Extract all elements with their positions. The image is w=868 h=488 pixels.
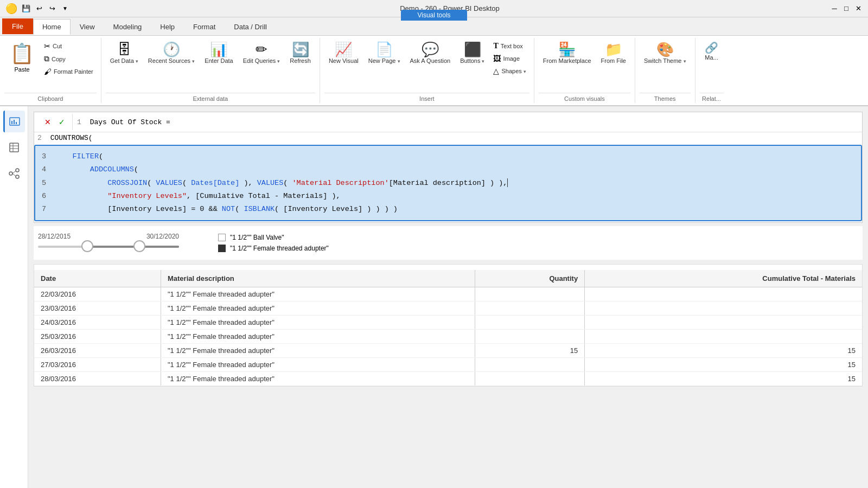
sidebar-icon-data[interactable] (3, 137, 25, 158)
shapes-icon: △ (493, 67, 499, 75)
enter-data-button[interactable]: 📊 Enter Data (200, 40, 238, 67)
svg-point-9 (16, 169, 19, 172)
redo-icon[interactable]: ↪ (48, 4, 56, 13)
copy-label: Copy (52, 56, 66, 62)
image-button[interactable]: 🖼 Image (490, 53, 529, 65)
cell-material: "1 1/2"" Female threaded adupter" (161, 372, 475, 386)
clipboard-stack: ✂ Cut ⧉ Copy 🖌 Format Painter (41, 40, 97, 78)
svg-point-8 (9, 172, 12, 175)
sidebar-icon-report[interactable] (3, 111, 25, 132)
group-external-data: 🗄 Get Data ▾ 🕐 Recent Sources ▾ 📊 Enter … (101, 38, 320, 103)
edit-queries-icon: ✏ (256, 42, 267, 56)
app-logo-icon: 🟡 (5, 3, 17, 15)
svg-line-11 (12, 171, 16, 174)
tab-help[interactable]: Help (151, 19, 184, 34)
ribbon-tabs: File Home View Modeling Help Format Data… (0, 17, 868, 36)
textbox-label: Text box (501, 43, 523, 49)
cell-material: "1 1/2"" Female threaded adupter" (161, 287, 475, 301)
buttons-button[interactable]: ⬛ Buttons ▾ (456, 40, 489, 67)
window-title: Demo - 260 - Power BI Desktop (400, 4, 500, 12)
tab-datadrill[interactable]: Data / Drill (225, 19, 276, 34)
edit-queries-button[interactable]: ✏ Edit Queries ▾ (239, 40, 285, 67)
cell-quantity (475, 316, 585, 330)
left-sidebar (0, 106, 28, 488)
close-icon[interactable]: ✕ (854, 4, 863, 13)
format-painter-button[interactable]: 🖌 Format Painter (41, 66, 97, 78)
col-header-material[interactable]: Material description (161, 270, 475, 287)
shapes-label: Shapes ▾ (501, 68, 526, 74)
undo-icon[interactable]: ↩ (35, 4, 43, 13)
col-header-cumulative[interactable]: Cumulative Total - Materials (585, 270, 862, 287)
tab-view[interactable]: View (71, 19, 104, 34)
tab-home[interactable]: Home (33, 19, 71, 35)
table-row: 26/03/2016 "1 1/2"" Female threaded adup… (34, 344, 862, 358)
new-page-button[interactable]: 📄 New Page ▾ (364, 40, 405, 67)
group-clipboard: 📋 Paste ✂ Cut ⧉ Copy 🖌 Format Painter (0, 38, 101, 103)
group-themes: 🎨 Switch Theme ▾ Themes (635, 38, 695, 103)
minimize-icon[interactable]: ─ (830, 4, 839, 13)
switch-theme-button[interactable]: 🎨 Switch Theme ▾ (640, 40, 691, 67)
save-icon[interactable]: 💾 (22, 4, 30, 13)
cut-icon: ✂ (44, 42, 50, 50)
insert-label: Insert (324, 93, 529, 103)
get-data-button[interactable]: 🗄 Get Data ▾ (106, 40, 143, 67)
copy-button[interactable]: ⧉ Copy (41, 53, 97, 65)
slider-track[interactable] (38, 246, 179, 248)
recent-sources-button[interactable]: 🕐 Recent Sources ▾ (144, 40, 199, 67)
paste-label: Paste (14, 66, 29, 73)
recent-sources-icon: 🕐 (163, 42, 180, 56)
code-line-4: 4 ADDCOLUMNS( (42, 163, 854, 176)
more-icon[interactable]: ▼ (61, 4, 69, 13)
cell-quantity (475, 301, 585, 316)
manage-relationships-button[interactable]: 🔗 Ma... (700, 40, 724, 63)
cut-button[interactable]: ✂ Cut (41, 40, 97, 52)
from-marketplace-button[interactable]: 🏪 From Marketplace (539, 40, 596, 67)
tab-file[interactable]: File (2, 18, 33, 34)
new-visual-button[interactable]: 📈 New Visual (324, 40, 363, 67)
formula-selected-block[interactable]: 3 FILTER( 4 ADDCOLUMNS( 5 CROSSJOIN( VAL… (34, 145, 862, 221)
slider-thumb-right[interactable] (133, 240, 145, 252)
textbox-button[interactable]: T Text box (490, 40, 529, 52)
themes-label: Themes (640, 93, 691, 103)
legend-section: "1 1/2"" Ball Valve" "1 1/2"" Female thr… (212, 230, 335, 255)
custom-visuals-items: 🏪 From Marketplace 📁 From File (539, 38, 630, 93)
cell-cumulative (585, 301, 862, 316)
table-body: 22/03/2016 "1 1/2"" Female threaded adup… (34, 287, 862, 386)
insert-items: 📈 New Visual 📄 New Page ▾ 💬 Ask A Questi… (324, 38, 529, 93)
cell-material: "1 1/2"" Female threaded adupter" (161, 301, 475, 316)
cell-cumulative (585, 316, 862, 330)
buttons-label: Buttons ▾ (460, 57, 484, 65)
code-line-5: 5 CROSSJOIN( VALUES( Dates[Date] ), VALU… (42, 177, 854, 190)
cell-quantity (475, 372, 585, 386)
sidebar-icon-model[interactable] (3, 163, 25, 184)
formula-bar: ✕ ✓ 1 Days Out Of Stock = 2 COUNTROWS( 3 (34, 112, 863, 223)
formula-confirm-button[interactable]: ✓ (56, 116, 68, 128)
tab-modeling[interactable]: Modeling (104, 19, 151, 34)
refresh-button[interactable]: 🔄 Refresh (285, 40, 315, 67)
legend-checkbox-ball-valve[interactable] (218, 234, 226, 241)
shapes-button[interactable]: △ Shapes ▾ (490, 65, 529, 77)
relationships-items: 🔗 Ma... (700, 38, 724, 93)
col-header-quantity[interactable]: Quantity (475, 270, 585, 287)
ask-question-button[interactable]: 💬 Ask A Question (406, 40, 455, 67)
from-file-label: From File (601, 57, 626, 65)
cell-date: 28/03/2016 (34, 372, 161, 386)
clipboard-items: 📋 Paste ✂ Cut ⧉ Copy 🖌 Format Painter (4, 38, 97, 93)
tab-format[interactable]: Format (184, 19, 225, 34)
paste-button[interactable]: 📋 Paste (4, 40, 40, 75)
format-painter-icon: 🖌 (44, 67, 52, 76)
from-file-button[interactable]: 📁 From File (597, 40, 630, 67)
col-header-date[interactable]: Date (34, 270, 161, 287)
maximize-icon[interactable]: □ (842, 4, 851, 13)
relationships-label: Relat... (700, 93, 724, 103)
recent-sources-label: Recent Sources ▾ (148, 57, 195, 65)
formula-close-button[interactable]: ✕ (42, 116, 54, 128)
manage-relationships-icon: 🔗 (705, 42, 718, 53)
title-bar: 🟡 💾 ↩ ↪ ▼ Demo - 260 - Power BI Desktop … (0, 0, 868, 17)
insert-stack: T Text box 🖼 Image △ Shapes ▾ (490, 40, 529, 77)
themes-items: 🎨 Switch Theme ▾ (640, 38, 691, 93)
table-header-row: Date Material description Quantity Cumul… (34, 270, 862, 287)
format-painter-label: Format Painter (54, 68, 93, 75)
slider-thumb-left[interactable] (81, 240, 93, 252)
custom-visuals-label: Custom visuals (539, 93, 630, 103)
